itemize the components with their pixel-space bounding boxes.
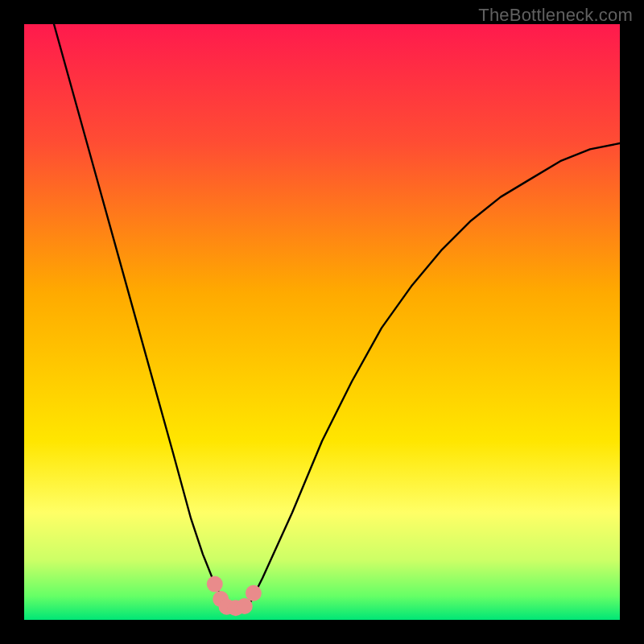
marker-right (246, 585, 262, 601)
chart-svg (24, 24, 620, 620)
marker-left-top (207, 576, 223, 592)
watermark-text: TheBottleneck.com (478, 5, 633, 26)
chart-background (24, 24, 620, 620)
chart-plot-area (24, 24, 620, 620)
marker-bottom-3 (237, 598, 253, 614)
chart-frame: TheBottleneck.com (0, 0, 644, 644)
